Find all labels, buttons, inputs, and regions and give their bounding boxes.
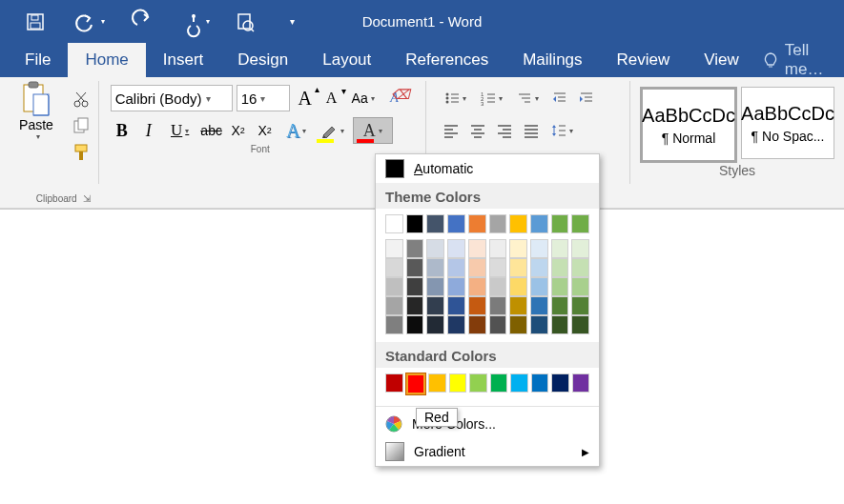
color-swatch[interactable] [468,258,486,277]
color-swatch[interactable] [551,315,569,334]
bullets-icon[interactable]: ▾ [440,87,472,110]
color-swatch[interactable] [385,315,403,334]
color-swatch[interactable] [406,214,424,233]
color-swatch[interactable] [406,277,424,296]
color-swatch[interactable] [530,296,548,315]
color-swatch[interactable] [426,214,444,233]
color-swatch[interactable] [489,296,507,315]
format-painter-icon[interactable] [69,140,93,165]
tab-design[interactable]: Design [220,43,305,77]
color-swatch[interactable] [490,373,508,393]
color-swatch[interactable] [572,373,590,393]
color-swatch[interactable] [385,296,403,315]
cut-icon[interactable] [69,87,93,111]
color-swatch[interactable] [469,373,487,393]
style-no-spacing[interactable]: AaBbCcDc ¶ No Spac... [741,87,834,159]
tell-me-search[interactable]: Tell me… [762,43,844,77]
color-swatch[interactable] [510,373,528,393]
font-name-combo[interactable]: Calibri (Body)▾ [111,85,233,111]
clear-formatting-icon[interactable]: A⌫ [383,87,406,110]
color-swatch[interactable] [489,258,507,277]
color-swatch[interactable] [489,277,507,296]
tab-review[interactable]: Review [600,43,688,77]
color-swatch[interactable] [406,258,424,277]
color-swatch[interactable] [468,239,486,258]
qat-customize-button[interactable]: ▾ [282,0,301,43]
color-swatch[interactable] [571,315,589,334]
color-swatch[interactable] [426,296,444,315]
tab-insert[interactable]: Insert [146,43,221,77]
touch-mode-button[interactable]: ▾ [185,12,210,31]
font-size-combo[interactable]: 16▾ [237,85,290,111]
color-swatch[interactable] [447,258,465,277]
color-swatch[interactable] [468,296,486,315]
superscript-icon[interactable]: X2 [254,119,277,142]
color-swatch[interactable] [530,214,548,233]
color-swatch[interactable] [509,239,527,258]
color-swatch[interactable] [551,214,569,233]
color-swatch[interactable] [385,277,403,296]
color-swatch[interactable] [509,277,527,296]
color-swatch[interactable] [428,373,446,393]
color-swatch[interactable] [385,239,403,258]
automatic-color[interactable]: Automatic [376,154,599,183]
paste-button[interactable]: Paste ▾ [4,81,69,193]
decrease-indent-icon[interactable] [548,87,571,110]
color-swatch[interactable] [406,373,426,394]
redo-button[interactable] [126,0,162,43]
color-swatch[interactable] [509,258,527,277]
color-swatch[interactable] [447,315,465,334]
color-swatch[interactable] [530,258,548,277]
strikethrough-icon[interactable]: abc [200,119,223,142]
color-swatch[interactable] [426,239,444,258]
style-normal[interactable]: AaBbCcDc ¶ Normal [640,87,737,163]
color-swatch[interactable] [571,239,589,258]
text-effects-icon[interactable]: A▾ [280,119,313,142]
undo-button[interactable]: ▾ [74,13,105,30]
color-swatch[interactable] [447,214,465,233]
justify-icon[interactable] [520,119,543,142]
color-swatch[interactable] [509,214,527,233]
change-case-icon[interactable]: Aa▾ [347,87,380,110]
color-swatch[interactable] [571,258,589,277]
color-swatch[interactable] [489,239,507,258]
align-left-icon[interactable] [440,119,463,142]
color-swatch[interactable] [551,239,569,258]
color-swatch[interactable] [551,258,569,277]
color-swatch[interactable] [489,214,507,233]
gradient-menu[interactable]: Gradient ▶ [376,437,599,466]
color-swatch[interactable] [385,373,403,393]
more-colors[interactable]: More Colors... [376,411,599,437]
tab-mailings[interactable]: Mailings [505,43,599,77]
tab-layout[interactable]: Layout [305,43,388,77]
grow-font-icon[interactable]: A▴ [294,87,317,110]
color-swatch[interactable] [551,277,569,296]
print-preview-button[interactable] [227,0,263,43]
numbering-icon[interactable]: 123▾ [476,87,508,110]
color-swatch[interactable] [447,239,465,258]
color-swatch[interactable] [468,315,486,334]
color-swatch[interactable] [530,239,548,258]
color-swatch[interactable] [385,258,403,277]
increase-indent-icon[interactable] [575,87,598,110]
color-swatch[interactable] [468,214,486,233]
line-spacing-icon[interactable]: ▾ [546,119,579,142]
copy-icon[interactable] [69,113,93,138]
color-swatch[interactable] [447,277,465,296]
subscript-icon[interactable]: X2 [227,119,250,142]
color-swatch[interactable] [426,277,444,296]
color-swatch[interactable] [447,296,465,315]
tab-references[interactable]: References [388,43,505,77]
shrink-font-icon[interactable]: A▾ [320,87,343,110]
multilevel-list-icon[interactable]: ▾ [512,87,545,110]
color-swatch[interactable] [551,373,569,393]
align-center-icon[interactable] [466,119,489,142]
align-right-icon[interactable] [493,119,516,142]
color-swatch[interactable] [531,373,549,393]
bold-icon[interactable]: B [111,119,134,142]
color-swatch[interactable] [489,315,507,334]
save-icon[interactable] [17,0,53,43]
color-swatch[interactable] [571,296,589,315]
highlight-icon[interactable]: ▾ [317,119,349,142]
color-swatch[interactable] [571,277,589,296]
